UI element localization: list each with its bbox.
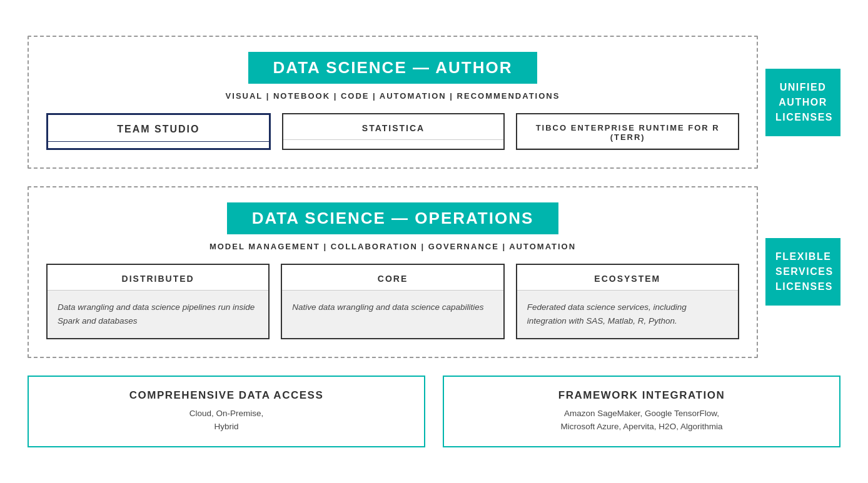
card-ecosystem: ECOSYSTEM Federated data science service… bbox=[516, 264, 739, 339]
card-ecosystem-header: ECOSYSTEM bbox=[517, 265, 738, 291]
author-right-badge: UNIFIED AUTHOR LICENSES bbox=[765, 69, 840, 136]
ops-badge-line1: FLEXIBLE bbox=[775, 251, 831, 262]
card-ecosystem-body: Federated data science services, includi… bbox=[517, 291, 738, 337]
card-distributed-body: Data wrangling and data science pipeline… bbox=[48, 291, 268, 337]
operations-right-badge: FLEXIBLE SERVICES LICENSES bbox=[765, 238, 840, 306]
author-badge-line3: LICENSES bbox=[775, 112, 833, 122]
card-terr: TIBCO ENTERPRISE RUNTIME FOR R (TERR) bbox=[516, 113, 739, 150]
page-container: DATA SCIENCE — AUTHOR VISUAL | NOTEBOOK … bbox=[28, 36, 840, 447]
card-team-studio: TEAM STUDIO bbox=[46, 113, 271, 150]
card-core-body: Native data wrangling and data science c… bbox=[282, 291, 503, 337]
bottom-card-data-access: COMPREHENSIVE DATA ACCESS Cloud, On-Prem… bbox=[28, 376, 425, 447]
card-distributed-header: DISTRIBUTED bbox=[48, 265, 268, 291]
data-access-text: Cloud, On-Premise,Hybrid bbox=[46, 407, 406, 434]
operations-badge: DATA SCIENCE — OPERATIONS bbox=[227, 202, 559, 234]
operations-cards-row: DISTRIBUTED Data wrangling and data scie… bbox=[46, 264, 739, 339]
framework-title: FRAMEWORK INTEGRATION bbox=[462, 389, 822, 402]
data-access-title: COMPREHENSIVE DATA ACCESS bbox=[46, 389, 406, 402]
ops-badge-line3: LICENSES bbox=[775, 281, 833, 292]
author-section: DATA SCIENCE — AUTHOR VISUAL | NOTEBOOK … bbox=[28, 36, 758, 169]
card-core-header: CORE bbox=[282, 265, 503, 291]
author-badge-line2: AUTHOR bbox=[779, 97, 827, 107]
author-cards-row: TEAM STUDIO STATISTICA TIBCO ENTERPRISE … bbox=[46, 113, 739, 150]
framework-text: Amazon SageMaker, Google TensorFlow,Micr… bbox=[462, 407, 822, 434]
card-distributed: DISTRIBUTED Data wrangling and data scie… bbox=[46, 264, 270, 339]
ops-badge-line2: SERVICES bbox=[775, 266, 834, 277]
card-team-studio-header: TEAM STUDIO bbox=[48, 115, 269, 142]
card-statistica: STATISTICA bbox=[282, 113, 505, 150]
operations-subtitle: MODEL MANAGEMENT | COLLABORATION | GOVER… bbox=[209, 242, 576, 251]
card-terr-header: TIBCO ENTERPRISE RUNTIME FOR R (TERR) bbox=[517, 114, 738, 149]
bottom-row: COMPREHENSIVE DATA ACCESS Cloud, On-Prem… bbox=[28, 376, 840, 447]
author-badge-line1: UNIFIED bbox=[780, 82, 827, 92]
card-core: CORE Native data wrangling and data scie… bbox=[281, 264, 504, 339]
author-badge: DATA SCIENCE — AUTHOR bbox=[248, 52, 538, 84]
operations-section: DATA SCIENCE — OPERATIONS MODEL MANAGEME… bbox=[28, 186, 758, 357]
author-subtitle: VISUAL | NOTEBOOK | CODE | AUTOMATION | … bbox=[226, 91, 560, 101]
bottom-card-framework: FRAMEWORK INTEGRATION Amazon SageMaker, … bbox=[443, 376, 840, 447]
card-statistica-header: STATISTICA bbox=[283, 114, 504, 140]
